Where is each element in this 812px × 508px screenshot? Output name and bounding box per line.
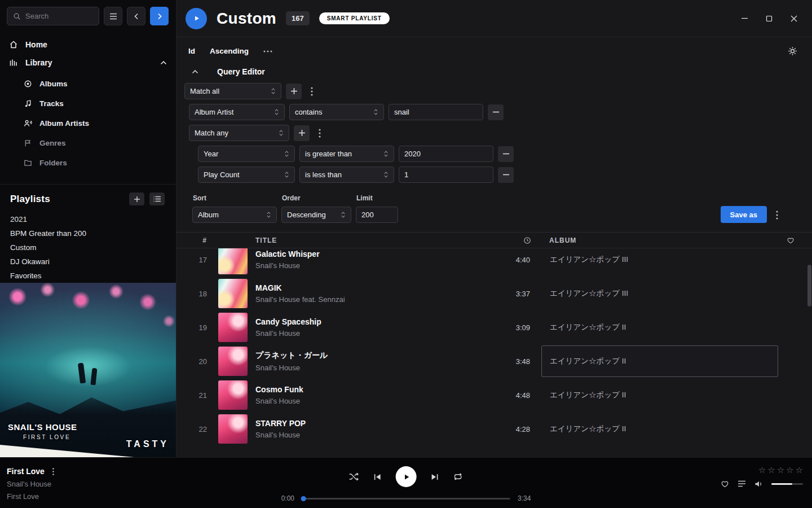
favorite-heart-icon[interactable] <box>778 237 803 244</box>
track-artwork-thumbnail[interactable] <box>218 347 248 376</box>
rating-stars[interactable]: ☆ ☆ ☆ ☆ ☆ <box>758 466 803 474</box>
playlist-list-button[interactable] <box>149 192 165 205</box>
track-row[interactable]: 21 Cosmo Funk Snail's House 4:48 エイリアン☆ポ… <box>176 378 812 412</box>
track-title[interactable]: Candy Spaceship <box>255 317 502 326</box>
rule-operator-select[interactable]: is greater than <box>299 146 394 162</box>
remove-rule-button[interactable] <box>498 146 514 162</box>
more-options-icon[interactable] <box>263 50 272 52</box>
sidebar-item-album-artists[interactable]: Album Artists <box>0 113 176 133</box>
now-playing-title[interactable]: First Love <box>7 467 45 476</box>
playlist-item[interactable]: Favorites <box>0 269 176 283</box>
track-artwork-thumbnail[interactable] <box>218 248 248 274</box>
rule-operator-select[interactable]: contains <box>289 104 384 120</box>
close-button[interactable] <box>782 6 806 31</box>
column-album[interactable]: ALBUM <box>541 237 778 244</box>
remove-rule-button[interactable] <box>488 104 504 120</box>
star-icon[interactable]: ☆ <box>786 466 793 474</box>
next-track-icon[interactable] <box>431 473 439 481</box>
save-menu-icon[interactable] <box>771 207 783 223</box>
limit-input[interactable] <box>356 207 398 223</box>
queue-icon[interactable] <box>738 480 746 487</box>
add-sub-rule-button[interactable] <box>294 125 310 141</box>
previous-track-icon[interactable] <box>373 473 382 481</box>
add-rule-button[interactable] <box>286 84 302 99</box>
track-artwork-thumbnail[interactable] <box>218 380 248 410</box>
star-icon[interactable]: ☆ <box>796 466 803 474</box>
track-artwork-thumbnail[interactable] <box>218 313 248 342</box>
track-album-cell[interactable]: エイリアン☆ポップ III <box>541 248 778 275</box>
track-row[interactable]: 20 プラネット・ガール Snail's House 3:48 エイリアン☆ポッ… <box>176 344 812 378</box>
track-title[interactable]: MAGIK <box>255 283 502 292</box>
track-artist[interactable]: Snail's House feat. Sennzai <box>255 295 502 304</box>
track-row[interactable]: 19 Candy Spaceship Snail's House 3:09 エイ… <box>176 310 812 344</box>
play-playlist-button[interactable] <box>186 8 207 29</box>
track-title[interactable]: プラネット・ガール <box>255 351 502 361</box>
now-playing-artwork[interactable]: SNAIL'S HOUSE FIRST LOVE TASTY <box>0 283 176 457</box>
repeat-icon[interactable] <box>453 472 463 481</box>
playlist-item[interactable]: BPM Greater than 200 <box>0 226 176 240</box>
sidebar-item-genres[interactable]: Genres <box>0 133 176 153</box>
sort-select[interactable]: Album <box>192 207 277 223</box>
track-row[interactable]: 18 MAGIK Snail's House feat. Sennzai 3:3… <box>176 277 812 310</box>
save-as-button[interactable]: Save as <box>721 206 767 223</box>
search-box[interactable] <box>7 7 99 25</box>
volume-slider[interactable] <box>771 483 803 485</box>
rule-field-select[interactable]: Album Artist <box>189 104 285 120</box>
track-artwork-thumbnail[interactable] <box>218 414 248 444</box>
scrollbar-thumb[interactable] <box>807 265 811 306</box>
sidebar-item-albums[interactable]: Albums <box>0 74 176 94</box>
playlist-item[interactable]: DJ Okawari <box>0 255 176 269</box>
favorite-heart-icon[interactable] <box>721 480 729 488</box>
track-artwork-thumbnail[interactable] <box>218 279 248 308</box>
sidebar-item-library[interactable]: Library <box>0 54 176 72</box>
track-album-cell[interactable]: エイリアン☆ポップ III <box>541 278 778 309</box>
track-title[interactable]: Cosmo Funk <box>255 385 502 394</box>
volume-icon[interactable] <box>754 480 763 488</box>
minimize-button[interactable] <box>732 6 757 31</box>
sort-direction-button[interactable]: Ascending <box>210 47 249 55</box>
remove-rule-button[interactable] <box>498 167 514 183</box>
rule-operator-select[interactable]: is less than <box>299 167 394 183</box>
star-icon[interactable]: ☆ <box>758 466 766 474</box>
star-icon[interactable]: ☆ <box>777 466 784 474</box>
rule-value-input[interactable] <box>399 146 493 162</box>
forward-button[interactable] <box>150 7 169 25</box>
playlist-item[interactable]: 2021 <box>0 212 176 226</box>
add-playlist-button[interactable] <box>129 192 144 205</box>
now-playing-menu-icon[interactable] <box>51 467 56 476</box>
chevron-up-icon[interactable] <box>160 60 167 65</box>
track-row[interactable]: 17 Galactic Whisper Snail's House 4:40 エ… <box>176 248 812 277</box>
now-playing-artist[interactable]: Snail's House <box>7 480 56 488</box>
track-album-cell[interactable]: エイリアン☆ポップ II <box>541 379 778 411</box>
track-row[interactable]: 22 STARRY POP Snail's House 4:28 エイリアン☆ポ… <box>176 412 812 446</box>
column-title[interactable]: TITLE <box>255 237 502 244</box>
track-artist[interactable]: Snail's House <box>255 364 502 372</box>
sort-field-button[interactable]: Id <box>188 47 195 55</box>
collapse-query-editor-button[interactable] <box>187 65 204 78</box>
match-mode-select[interactable]: Match all <box>184 83 281 99</box>
track-artist[interactable]: Snail's House <box>255 431 502 439</box>
track-artist[interactable]: Snail's House <box>255 397 502 405</box>
track-artist[interactable]: Snail's House <box>255 329 502 338</box>
group-menu-icon[interactable] <box>306 84 317 99</box>
track-album-cell[interactable]: エイリアン☆ポップ II <box>541 312 778 343</box>
sidebar-item-folders[interactable]: Folders <box>0 153 176 173</box>
playlist-item[interactable]: Custom <box>0 240 176 255</box>
sub-group-menu-icon[interactable] <box>314 125 325 141</box>
column-index[interactable]: # <box>184 237 210 244</box>
sidebar-item-home[interactable]: Home <box>0 36 176 54</box>
track-title[interactable]: Galactic Whisper <box>255 249 502 259</box>
sidebar-item-tracks[interactable]: Tracks <box>0 94 176 113</box>
star-icon[interactable]: ☆ <box>767 466 775 474</box>
track-title[interactable]: STARRY POP <box>255 419 502 428</box>
track-album-cell[interactable]: エイリアン☆ポップ II <box>541 413 778 445</box>
rule-value-input[interactable] <box>389 104 483 120</box>
sub-match-mode-select[interactable]: Match any <box>189 125 289 141</box>
track-album-cell[interactable]: エイリアン☆ポップ II <box>541 345 778 377</box>
search-input[interactable] <box>25 12 93 20</box>
menu-button[interactable] <box>104 7 122 25</box>
now-playing-album[interactable]: First Love <box>7 492 56 501</box>
seek-bar[interactable] <box>302 498 510 500</box>
play-pause-button[interactable] <box>396 466 417 487</box>
track-artist[interactable]: Snail's House <box>255 261 502 270</box>
